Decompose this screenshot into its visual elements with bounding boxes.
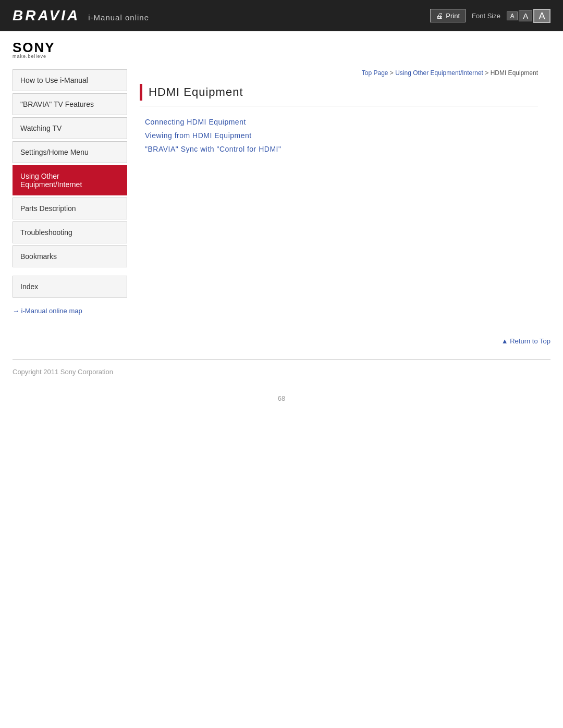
print-icon: 🖨 <box>436 11 443 20</box>
breadcrumb-current: HDMI Equipment <box>491 69 538 77</box>
main-layout: How to Use i-Manual "BRAVIA" TV Features… <box>0 69 563 317</box>
link-bravia-sync[interactable]: "BRAVIA" Sync with "Control for HDMI" <box>145 145 538 153</box>
font-large-button[interactable]: A <box>533 9 550 23</box>
font-small-button[interactable]: A <box>507 11 518 20</box>
sidebar-item-parts[interactable]: Parts Description <box>13 198 127 219</box>
breadcrumb: Top Page > Using Other Equipment/Interne… <box>140 69 538 77</box>
sidebar: How to Use i-Manual "BRAVIA" TV Features… <box>13 69 127 317</box>
sidebar-item-index[interactable]: Index <box>13 276 127 298</box>
content-area: Top Page > Using Other Equipment/Interne… <box>127 69 550 317</box>
header-controls: 🖨 Print Font Size A A A <box>430 9 550 23</box>
page-number: 68 <box>0 384 563 408</box>
sony-name: SONY <box>13 41 550 54</box>
sidebar-item-bookmarks[interactable]: Bookmarks <box>13 245 127 267</box>
bravia-brand: BRAVIA <box>13 7 80 24</box>
sony-logo: SONY make.believe <box>13 41 550 59</box>
sony-logo-area: SONY make.believe <box>0 31 563 64</box>
page-title: HDMI Equipment <box>149 85 243 99</box>
imanual-subtitle: i-Manual online <box>88 13 149 22</box>
sidebar-item-using-other[interactable]: Using Other Equipment/Internet <box>13 165 127 195</box>
sidebar-item-how-to-use[interactable]: How to Use i-Manual <box>13 69 127 91</box>
imanual-map-anchor[interactable]: → i-Manual online map <box>13 307 82 315</box>
sidebar-item-bravia-features[interactable]: "BRAVIA" TV Features <box>13 93 127 115</box>
sidebar-item-watching-tv[interactable]: Watching TV <box>13 117 127 139</box>
sidebar-item-troubleshooting[interactable]: Troubleshooting <box>13 221 127 243</box>
sidebar-map-link[interactable]: → i-Manual online map <box>13 304 127 317</box>
link-viewing-hdmi[interactable]: Viewing from HDMI Equipment <box>145 131 538 140</box>
sony-tagline: make.believe <box>13 54 550 59</box>
page-title-area: HDMI Equipment <box>140 84 538 106</box>
sidebar-item-settings[interactable]: Settings/Home Menu <box>13 141 127 163</box>
link-connecting-hdmi[interactable]: Connecting HDMI Equipment <box>145 118 538 126</box>
breadcrumb-using-other[interactable]: Using Other Equipment/Internet <box>395 69 483 77</box>
footer: Copyright 2011 Sony Corporation <box>0 360 563 384</box>
top-bar: BRAVIA i-Manual online 🖨 Print Font Size… <box>0 0 563 31</box>
bravia-logo: BRAVIA i-Manual online <box>13 7 149 24</box>
title-accent-bar <box>140 84 142 101</box>
return-to-top[interactable]: ▲ Return to Top <box>0 328 563 354</box>
font-size-label: Font Size <box>472 12 500 20</box>
copyright-text: Copyright 2011 Sony Corporation <box>13 368 113 376</box>
font-medium-button[interactable]: A <box>519 10 532 21</box>
font-size-controls: A A A <box>507 9 550 23</box>
return-top-link[interactable]: ▲ Return to Top <box>501 337 550 345</box>
breadcrumb-top[interactable]: Top Page <box>362 69 388 77</box>
content-links: Connecting HDMI Equipment Viewing from H… <box>140 118 538 153</box>
print-button[interactable]: 🖨 Print <box>430 9 466 22</box>
